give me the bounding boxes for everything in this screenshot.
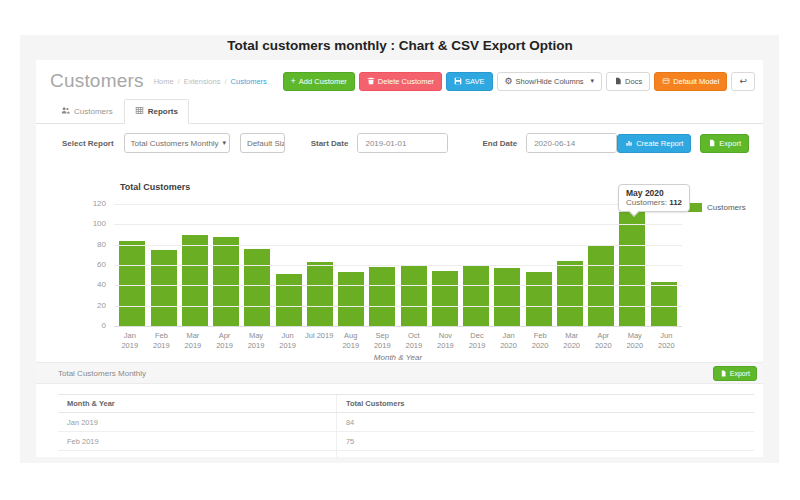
x-tick-label: Jun2020	[651, 331, 683, 351]
gridline	[114, 204, 682, 205]
tab-customers[interactable]: Customers	[50, 99, 124, 124]
legend-label: Customers	[707, 203, 746, 212]
table-export-button[interactable]: Export	[713, 366, 757, 381]
plus-icon: +	[291, 77, 296, 86]
file-export-icon	[720, 370, 727, 377]
page-title: Total customers monthly : Chart & CSV Ex…	[0, 38, 800, 53]
x-tick-label: Feb2020	[524, 331, 556, 351]
default-model-button[interactable]: Default Model	[654, 72, 727, 91]
bar-jan-2020[interactable]	[494, 268, 520, 326]
x-tick-label: Jan2019	[114, 331, 146, 351]
table-row: Mar 201990	[58, 451, 754, 458]
bar-nov-2019[interactable]	[432, 271, 458, 326]
add-customer-button[interactable]: + Add Customer	[283, 72, 355, 91]
save-button[interactable]: SAVE	[446, 72, 492, 91]
bar-mar-2019[interactable]	[182, 235, 208, 327]
table-cell: Feb 2019	[58, 432, 336, 451]
create-report-button[interactable]: Create Report	[617, 134, 691, 153]
x-tick-label: Jun2019	[272, 331, 304, 351]
show-hide-columns-button[interactable]: ⚙ Show/Hide Columns ▾	[497, 72, 603, 91]
trash-icon	[367, 77, 375, 85]
x-tick-label: Feb2019	[146, 331, 178, 351]
page: Total customers monthly : Chart & CSV Ex…	[0, 0, 800, 500]
chart: Total Customers 020406080100120 Jan2019F…	[36, 180, 763, 362]
bar-jan-2019[interactable]	[119, 241, 145, 326]
breadcrumb-extensions[interactable]: Extensions	[174, 77, 221, 86]
bar-chart-icon	[625, 139, 633, 147]
table-cell: 75	[336, 432, 754, 451]
chart-legend: Customers	[688, 203, 746, 212]
chart-tooltip: May 2020 Customers: 112	[618, 184, 690, 212]
table-cell: Jan 2019	[58, 413, 336, 432]
bar-jun-2020[interactable]	[651, 282, 677, 326]
bar-feb-2019[interactable]	[151, 250, 177, 326]
breadcrumb: Home Extensions Customers	[154, 77, 267, 86]
docs-button[interactable]: Docs	[606, 72, 650, 91]
save-icon	[454, 77, 462, 85]
x-tick-label: Nov2019	[430, 331, 462, 351]
section-title: Customers	[50, 70, 144, 92]
bar-may-2019[interactable]	[244, 249, 270, 326]
start-date-input[interactable]	[358, 134, 448, 152]
bar-jul-2019[interactable]	[307, 262, 333, 326]
bar-sep-2019[interactable]	[369, 267, 395, 326]
bar-may-2020[interactable]	[619, 212, 645, 326]
table-header-row: Month & Year Total Customers	[58, 395, 754, 413]
x-tick-label: Mar2020	[556, 331, 588, 351]
x-tick-label: May2020	[619, 331, 651, 351]
y-tick-label: 120	[80, 200, 106, 208]
gridline	[114, 285, 682, 286]
start-date-label: Start Date	[311, 139, 349, 148]
export-button[interactable]: Export	[700, 134, 749, 153]
tooltip-value: 112	[669, 198, 682, 207]
back-button[interactable]: ↩	[731, 72, 755, 91]
bar-dec-2019[interactable]	[463, 265, 489, 326]
bar-apr-2019[interactable]	[213, 237, 239, 326]
y-tick-label: 40	[80, 281, 106, 289]
chart-title: Total Customers	[120, 182, 190, 192]
table-row: Jan 201984	[58, 413, 754, 432]
y-tick-label: 0	[80, 322, 106, 330]
x-tick-label: Jul 2019	[303, 331, 335, 351]
y-tick-label: 60	[80, 261, 106, 269]
table-section-header: Total Customers Monthly Export	[36, 362, 763, 384]
report-select[interactable]: Total Customers Monthly ▾	[124, 133, 230, 153]
size-select[interactable]: Default Size ▾	[240, 133, 285, 153]
breadcrumb-home[interactable]: Home	[154, 77, 174, 86]
users-icon	[61, 106, 70, 117]
bar-aug-2019[interactable]	[338, 272, 364, 326]
report-table-body: Jan 201984Feb 201975Mar 201990Apr 201988	[58, 413, 754, 458]
chevron-down-icon: ▾	[591, 77, 595, 85]
x-tick-label: Sep2019	[367, 331, 399, 351]
x-tick-label: May2019	[240, 331, 272, 351]
content-card: Customers Home Extensions Customers + Ad…	[36, 60, 763, 457]
delete-customer-button[interactable]: Delete Customer	[359, 72, 442, 91]
filter-row: Select Report Total Customers Monthly ▾ …	[62, 132, 749, 154]
x-tick-label: Mar2019	[177, 331, 209, 351]
y-tick-label: 100	[80, 220, 106, 228]
bar-jun-2019[interactable]	[276, 274, 302, 326]
table-cell: Mar 2019	[58, 451, 336, 458]
bar-mar-2020[interactable]	[557, 261, 583, 326]
gridline	[114, 306, 682, 307]
document-icon	[614, 77, 622, 85]
bar-oct-2019[interactable]	[401, 266, 427, 326]
layout-icon	[662, 77, 670, 85]
breadcrumb-customers: Customers	[220, 77, 266, 86]
x-axis-title: Month & Year	[114, 353, 682, 362]
start-date-group	[357, 133, 448, 153]
column-header-total-customers: Total Customers	[336, 395, 754, 413]
chevron-down-icon: ▾	[223, 139, 227, 147]
x-tick-label: Apr2019	[209, 331, 241, 351]
tab-reports[interactable]: Reports	[124, 99, 189, 124]
undo-arrow-icon: ↩	[739, 77, 747, 86]
end-date-label: End Date	[482, 139, 517, 148]
bar-feb-2020[interactable]	[526, 272, 552, 326]
y-tick-label: 80	[80, 241, 106, 249]
tooltip-body: Customers: 112	[626, 198, 682, 207]
end-date-group	[526, 133, 617, 153]
end-date-input[interactable]	[527, 134, 617, 152]
legend-swatch	[688, 203, 702, 212]
tooltip-title: May 2020	[626, 188, 682, 198]
report-table: Month & Year Total Customers Jan 201984F…	[58, 394, 754, 457]
